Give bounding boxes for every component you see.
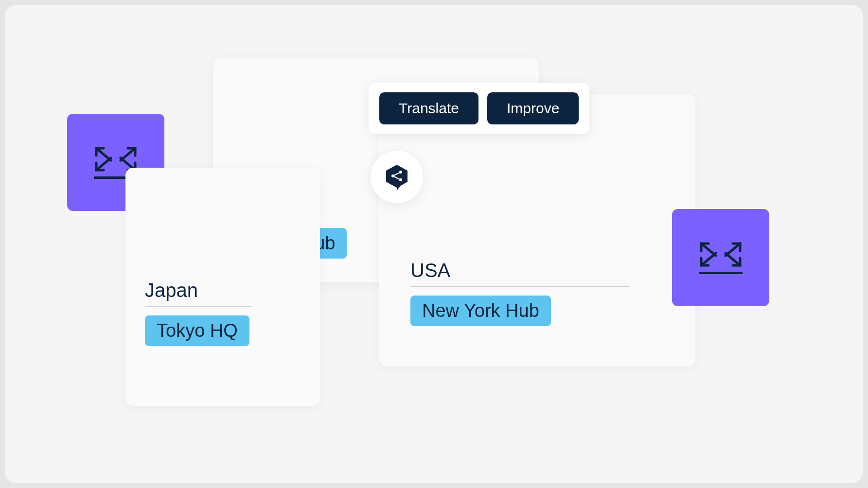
- country-label-usa: USA: [410, 260, 629, 287]
- translate-button[interactable]: Translate: [379, 92, 478, 124]
- expand-tile-right: [672, 209, 769, 306]
- hub-tag-japan[interactable]: Tokyo HQ: [145, 315, 249, 346]
- country-label-japan: Japan: [145, 279, 252, 307]
- usa-card: USA New York Hub: [379, 94, 695, 366]
- expand-underline: [699, 272, 743, 274]
- ai-assistant-button[interactable]: [371, 151, 423, 203]
- hub-tag-usa[interactable]: New York Hub: [410, 296, 551, 326]
- canvas: Germany Berlin Hub Japan Tokyo HQ USA Ne…: [5, 5, 863, 483]
- japan-card: Japan Tokyo HQ: [125, 168, 320, 406]
- ai-toolbar: Translate Improve: [369, 83, 589, 134]
- expand-icon: [699, 241, 743, 268]
- improve-button[interactable]: Improve: [487, 92, 579, 124]
- chat-hexagon-icon: [382, 162, 411, 192]
